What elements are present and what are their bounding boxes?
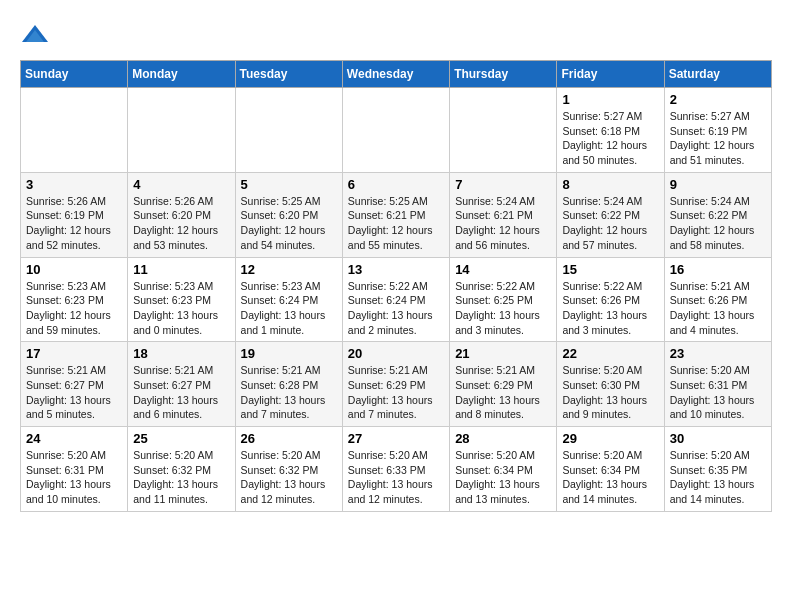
calendar-header: SundayMondayTuesdayWednesdayThursdayFrid… (21, 61, 772, 88)
day-info: Sunrise: 5:22 AM Sunset: 6:24 PM Dayligh… (348, 279, 444, 338)
day-number: 7 (455, 177, 551, 192)
day-number: 29 (562, 431, 658, 446)
day-number: 27 (348, 431, 444, 446)
calendar-cell: 18Sunrise: 5:21 AM Sunset: 6:27 PM Dayli… (128, 342, 235, 427)
header-day: Thursday (450, 61, 557, 88)
day-info: Sunrise: 5:23 AM Sunset: 6:23 PM Dayligh… (26, 279, 122, 338)
day-info: Sunrise: 5:24 AM Sunset: 6:22 PM Dayligh… (670, 194, 766, 253)
calendar-cell: 17Sunrise: 5:21 AM Sunset: 6:27 PM Dayli… (21, 342, 128, 427)
day-number: 5 (241, 177, 337, 192)
calendar-cell (342, 88, 449, 173)
day-info: Sunrise: 5:26 AM Sunset: 6:19 PM Dayligh… (26, 194, 122, 253)
calendar-cell: 28Sunrise: 5:20 AM Sunset: 6:34 PM Dayli… (450, 427, 557, 512)
calendar-cell: 19Sunrise: 5:21 AM Sunset: 6:28 PM Dayli… (235, 342, 342, 427)
calendar-week: 17Sunrise: 5:21 AM Sunset: 6:27 PM Dayli… (21, 342, 772, 427)
day-number: 12 (241, 262, 337, 277)
calendar-cell: 25Sunrise: 5:20 AM Sunset: 6:32 PM Dayli… (128, 427, 235, 512)
day-number: 16 (670, 262, 766, 277)
calendar-table: SundayMondayTuesdayWednesdayThursdayFrid… (20, 60, 772, 512)
day-info: Sunrise: 5:21 AM Sunset: 6:27 PM Dayligh… (26, 363, 122, 422)
day-info: Sunrise: 5:23 AM Sunset: 6:23 PM Dayligh… (133, 279, 229, 338)
day-number: 1 (562, 92, 658, 107)
day-number: 21 (455, 346, 551, 361)
calendar-week: 10Sunrise: 5:23 AM Sunset: 6:23 PM Dayli… (21, 257, 772, 342)
calendar-body: 1Sunrise: 5:27 AM Sunset: 6:18 PM Daylig… (21, 88, 772, 512)
day-info: Sunrise: 5:25 AM Sunset: 6:21 PM Dayligh… (348, 194, 444, 253)
calendar-cell: 29Sunrise: 5:20 AM Sunset: 6:34 PM Dayli… (557, 427, 664, 512)
day-number: 14 (455, 262, 551, 277)
day-number: 10 (26, 262, 122, 277)
day-info: Sunrise: 5:21 AM Sunset: 6:28 PM Dayligh… (241, 363, 337, 422)
day-number: 25 (133, 431, 229, 446)
day-number: 26 (241, 431, 337, 446)
day-number: 17 (26, 346, 122, 361)
calendar-cell: 2Sunrise: 5:27 AM Sunset: 6:19 PM Daylig… (664, 88, 771, 173)
day-number: 4 (133, 177, 229, 192)
calendar-cell (21, 88, 128, 173)
header-day: Monday (128, 61, 235, 88)
day-number: 20 (348, 346, 444, 361)
calendar-cell: 15Sunrise: 5:22 AM Sunset: 6:26 PM Dayli… (557, 257, 664, 342)
day-info: Sunrise: 5:21 AM Sunset: 6:29 PM Dayligh… (348, 363, 444, 422)
day-info: Sunrise: 5:20 AM Sunset: 6:32 PM Dayligh… (133, 448, 229, 507)
header-day: Tuesday (235, 61, 342, 88)
day-info: Sunrise: 5:22 AM Sunset: 6:25 PM Dayligh… (455, 279, 551, 338)
calendar-cell: 16Sunrise: 5:21 AM Sunset: 6:26 PM Dayli… (664, 257, 771, 342)
day-info: Sunrise: 5:24 AM Sunset: 6:21 PM Dayligh… (455, 194, 551, 253)
header-day: Wednesday (342, 61, 449, 88)
calendar-cell: 11Sunrise: 5:23 AM Sunset: 6:23 PM Dayli… (128, 257, 235, 342)
calendar-week: 24Sunrise: 5:20 AM Sunset: 6:31 PM Dayli… (21, 427, 772, 512)
day-number: 19 (241, 346, 337, 361)
calendar-cell: 30Sunrise: 5:20 AM Sunset: 6:35 PM Dayli… (664, 427, 771, 512)
calendar-cell: 10Sunrise: 5:23 AM Sunset: 6:23 PM Dayli… (21, 257, 128, 342)
day-info: Sunrise: 5:21 AM Sunset: 6:26 PM Dayligh… (670, 279, 766, 338)
logo-icon (20, 20, 50, 50)
calendar-week: 3Sunrise: 5:26 AM Sunset: 6:19 PM Daylig… (21, 172, 772, 257)
day-info: Sunrise: 5:20 AM Sunset: 6:31 PM Dayligh… (26, 448, 122, 507)
day-number: 2 (670, 92, 766, 107)
day-number: 13 (348, 262, 444, 277)
logo (20, 20, 54, 50)
calendar-cell (450, 88, 557, 173)
calendar-cell (235, 88, 342, 173)
calendar-cell: 9Sunrise: 5:24 AM Sunset: 6:22 PM Daylig… (664, 172, 771, 257)
header-day: Saturday (664, 61, 771, 88)
day-info: Sunrise: 5:20 AM Sunset: 6:32 PM Dayligh… (241, 448, 337, 507)
day-number: 3 (26, 177, 122, 192)
day-info: Sunrise: 5:20 AM Sunset: 6:34 PM Dayligh… (455, 448, 551, 507)
calendar-cell: 22Sunrise: 5:20 AM Sunset: 6:30 PM Dayli… (557, 342, 664, 427)
calendar-cell: 20Sunrise: 5:21 AM Sunset: 6:29 PM Dayli… (342, 342, 449, 427)
calendar-cell: 23Sunrise: 5:20 AM Sunset: 6:31 PM Dayli… (664, 342, 771, 427)
day-info: Sunrise: 5:20 AM Sunset: 6:30 PM Dayligh… (562, 363, 658, 422)
day-number: 30 (670, 431, 766, 446)
calendar-cell: 27Sunrise: 5:20 AM Sunset: 6:33 PM Dayli… (342, 427, 449, 512)
day-info: Sunrise: 5:20 AM Sunset: 6:31 PM Dayligh… (670, 363, 766, 422)
day-info: Sunrise: 5:21 AM Sunset: 6:29 PM Dayligh… (455, 363, 551, 422)
calendar-cell: 12Sunrise: 5:23 AM Sunset: 6:24 PM Dayli… (235, 257, 342, 342)
day-number: 22 (562, 346, 658, 361)
calendar-cell: 24Sunrise: 5:20 AM Sunset: 6:31 PM Dayli… (21, 427, 128, 512)
day-number: 15 (562, 262, 658, 277)
calendar-cell (128, 88, 235, 173)
header-day: Friday (557, 61, 664, 88)
calendar-cell: 26Sunrise: 5:20 AM Sunset: 6:32 PM Dayli… (235, 427, 342, 512)
calendar-cell: 1Sunrise: 5:27 AM Sunset: 6:18 PM Daylig… (557, 88, 664, 173)
calendar-cell: 8Sunrise: 5:24 AM Sunset: 6:22 PM Daylig… (557, 172, 664, 257)
day-info: Sunrise: 5:27 AM Sunset: 6:18 PM Dayligh… (562, 109, 658, 168)
day-info: Sunrise: 5:20 AM Sunset: 6:33 PM Dayligh… (348, 448, 444, 507)
day-info: Sunrise: 5:25 AM Sunset: 6:20 PM Dayligh… (241, 194, 337, 253)
day-info: Sunrise: 5:20 AM Sunset: 6:35 PM Dayligh… (670, 448, 766, 507)
page-header (20, 20, 772, 50)
day-number: 28 (455, 431, 551, 446)
day-number: 23 (670, 346, 766, 361)
day-number: 9 (670, 177, 766, 192)
calendar-cell: 7Sunrise: 5:24 AM Sunset: 6:21 PM Daylig… (450, 172, 557, 257)
day-info: Sunrise: 5:22 AM Sunset: 6:26 PM Dayligh… (562, 279, 658, 338)
calendar-cell: 5Sunrise: 5:25 AM Sunset: 6:20 PM Daylig… (235, 172, 342, 257)
day-info: Sunrise: 5:24 AM Sunset: 6:22 PM Dayligh… (562, 194, 658, 253)
day-number: 11 (133, 262, 229, 277)
calendar-cell: 4Sunrise: 5:26 AM Sunset: 6:20 PM Daylig… (128, 172, 235, 257)
calendar-cell: 21Sunrise: 5:21 AM Sunset: 6:29 PM Dayli… (450, 342, 557, 427)
calendar-cell: 14Sunrise: 5:22 AM Sunset: 6:25 PM Dayli… (450, 257, 557, 342)
calendar-cell: 13Sunrise: 5:22 AM Sunset: 6:24 PM Dayli… (342, 257, 449, 342)
